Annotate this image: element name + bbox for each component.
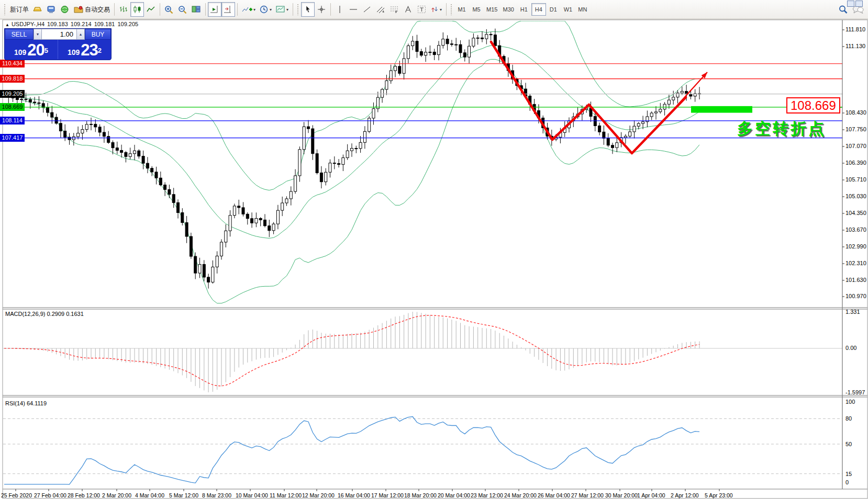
price-tick-label: 106.390 [845,160,866,166]
price-tick-label: 101.630 [845,277,866,283]
sell-price-head: 109 [14,47,26,58]
rsi-axis-label: 0 [845,479,849,485]
toolbar-separator [237,3,238,16]
price-tick-label: 104.350 [845,210,866,216]
toolbar-separator [330,3,331,16]
line-chart-icon [146,5,155,14]
timeframe-w1-button[interactable]: W1 [561,3,575,16]
rsi-axis-label: 100 [845,399,855,405]
add-indicator-button[interactable]: ▾ [240,2,258,17]
macd-axis-label: 1.331 [845,309,860,315]
pivot-annotation-text[interactable]: 多空转折点 [737,118,826,140]
buy-price-head: 109 [68,47,80,58]
add-indicator-icon [242,5,252,14]
chart-shift-button[interactable] [221,2,235,17]
price-level-badge: 108.114 [0,117,25,124]
time-axis-label: 2 Apr 12:00 [671,492,699,498]
tile-windows-button[interactable] [190,2,203,17]
price-tick-label: 102.310 [845,260,866,266]
time-axis-label: 5 Apr 23:00 [705,492,733,498]
toolbar-separator [114,3,115,16]
fibonacci-tool-button[interactable] [387,2,401,17]
auto-scroll-button[interactable] [208,2,221,17]
price-chart-canvas[interactable] [0,19,868,499]
dropdown-caret-icon: ▾ [286,7,288,12]
buy-button[interactable]: BUY [85,29,111,40]
candlestick-mode-button[interactable] [130,2,144,17]
volume-decrease-button[interactable]: ▼ [34,29,42,40]
buy-price-area[interactable]: 109 23 2 [58,40,111,59]
time-axis-label: 5 Mar 12:00 [169,492,198,498]
price-level-badge: 107.417 [0,134,25,142]
mt4-application: 新订单 自动交易 [0,0,868,499]
market-watch-button[interactable] [31,2,44,17]
highlight-zone[interactable] [691,106,752,113]
volume-input[interactable] [42,29,76,40]
chart-shift-icon [224,5,233,14]
new-order-button[interactable]: 新订单 [8,2,31,17]
timeframe-h4-button[interactable]: H4 [531,3,546,16]
channel-tool-button[interactable] [374,2,387,17]
timeframe-mn-button[interactable]: MN [575,3,590,16]
trendline-icon [363,5,371,14]
trend-zigzag-line[interactable] [491,42,686,153]
timeframe-d1-button[interactable]: D1 [546,3,561,16]
text-tool-button[interactable] [401,2,415,17]
auto-trading-button[interactable]: 自动交易 [72,2,112,17]
vertical-line-icon [337,5,343,14]
cursor-tool-button[interactable] [301,2,315,17]
dropdown-caret-icon: ▾ [440,7,442,12]
ohlc-low: 109.181 [94,21,115,27]
toolbar-separator [446,3,447,16]
timeframe-h1-button[interactable]: H1 [517,3,531,16]
time-axis-label: 24 Mar 20:00 [504,492,537,498]
toolbar-separator [293,3,293,16]
time-axis-label: 28 Feb 12:00 [68,492,100,498]
green-globe-icon [60,5,70,14]
price-callout-label[interactable]: 108.669 [786,97,840,114]
periods-button[interactable]: ▾ [258,2,274,17]
toolbar-separator [160,3,160,16]
dropdown-caret-icon: ▾ [253,7,255,12]
toolbar-grip[interactable] [297,4,299,15]
templates-button[interactable]: ▾ [274,2,291,17]
timeframe-m30-button[interactable]: M30 [500,3,516,16]
tile-windows-icon [192,5,201,14]
time-axis-label: 30 Mar 20:00 [605,492,638,498]
time-axis-label: 26 Mar 04:00 [538,492,570,498]
timeframe-m1-button[interactable]: M1 [454,3,469,16]
line-chart-mode-button[interactable] [144,2,158,17]
buy-price-big: 23 [81,42,97,58]
toolbar-grip[interactable] [450,4,453,15]
cursor-arrow-icon [304,5,312,14]
timeframe-m5-button[interactable]: M5 [469,3,484,16]
dropdown-caret-icon: ▾ [270,7,272,12]
vertical-line-tool-button[interactable] [333,2,347,17]
sell-price-sup: 5 [44,43,48,58]
window-restore-icon[interactable] [855,1,863,7]
sell-price-area[interactable]: 109 20 5 [5,40,58,59]
collapse-panel-icon[interactable]: ▲ [5,22,9,27]
navigator-button[interactable] [58,2,72,17]
arrows-tool-button[interactable]: ▾ [428,2,444,17]
time-axis-label: 17 Mar 12:00 [371,492,404,498]
sell-price-big: 20 [27,42,44,58]
time-axis-label: 4 Mar 04:00 [135,492,164,498]
trendline-tool-button[interactable] [360,2,374,17]
terminal-button[interactable] [44,2,58,17]
zoom-in-icon [164,5,174,14]
zoom-out-button[interactable] [176,2,190,17]
text-label-tool-button[interactable] [415,2,428,17]
zoom-in-button[interactable] [162,2,176,17]
volume-increase-button[interactable]: ▲ [76,29,85,40]
sell-button[interactable]: SELL [5,29,34,40]
timeframe-m15-button[interactable]: M15 [484,3,500,16]
new-order-label: 新订单 [10,5,29,14]
window-minimize-icon[interactable] [847,1,854,7]
horizontal-line-tool-button[interactable] [347,2,360,17]
toolbar-grip[interactable] [4,4,6,15]
time-axis-label: 8 Mar 23:00 [202,492,231,498]
bar-chart-mode-button[interactable] [117,2,130,17]
crosshair-tool-button[interactable] [315,2,328,17]
one-click-trading-panel: SELL ▼ ▲ BUY 109 20 5 109 23 2 [4,28,112,60]
